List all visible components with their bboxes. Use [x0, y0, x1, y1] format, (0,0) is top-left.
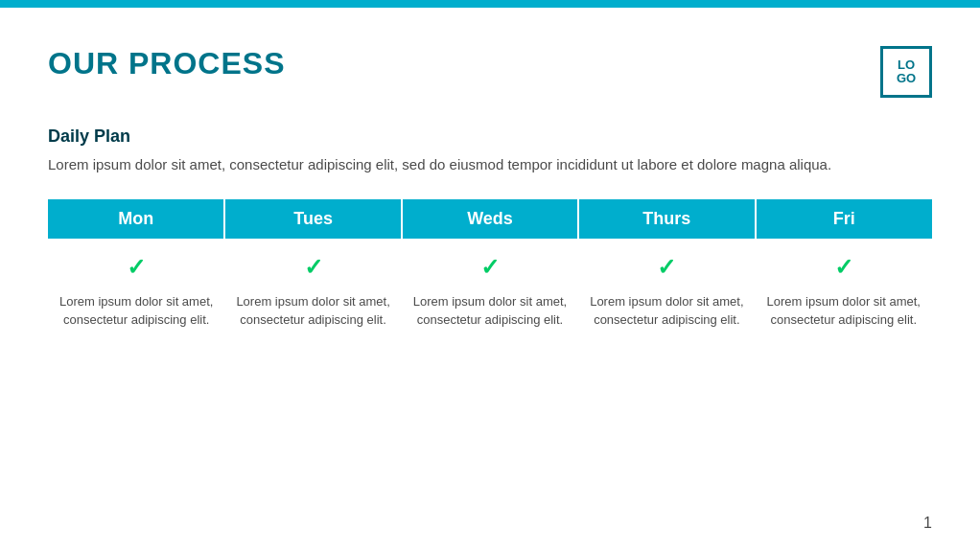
page-title: OUR PROCESS	[48, 46, 285, 81]
text-mon: Lorem ipsum dolor sit amet, consectetur …	[48, 288, 224, 339]
text-row: Lorem ipsum dolor sit amet, consectetur …	[48, 288, 932, 339]
top-bar	[0, 0, 980, 8]
check-icon-fri: ✓	[834, 254, 853, 280]
day-header-fri: Fri	[756, 199, 932, 239]
check-mon: ✓	[48, 239, 224, 288]
checkmark-row: ✓ ✓ ✓ ✓ ✓	[48, 239, 932, 288]
check-icon-thurs: ✓	[657, 254, 676, 280]
check-thurs: ✓	[578, 239, 755, 288]
check-icon-tues: ✓	[304, 254, 323, 280]
check-tues: ✓	[224, 239, 401, 288]
check-icon-weds: ✓	[480, 254, 500, 280]
days-header-row: Mon Tues Weds Thurs Fri	[48, 199, 932, 239]
check-icon-mon: ✓	[127, 254, 146, 280]
logo-text: LOGO	[897, 58, 916, 86]
text-fri: Lorem ipsum dolor sit amet, consectetur …	[756, 288, 932, 339]
logo-box: LOGO	[880, 46, 932, 98]
text-weds: Lorem ipsum dolor sit amet, consectetur …	[402, 288, 578, 339]
check-weds: ✓	[402, 239, 578, 288]
days-table: Mon Tues Weds Thurs Fri ✓ ✓ ✓ ✓ ✓ Lorem …	[48, 199, 932, 339]
day-header-weds: Weds	[402, 199, 578, 239]
text-thurs: Lorem ipsum dolor sit amet, consectetur …	[578, 288, 755, 339]
page-number: 1	[923, 515, 932, 532]
day-header-thurs: Thurs	[578, 199, 755, 239]
text-tues: Lorem ipsum dolor sit amet, consectetur …	[224, 288, 401, 339]
day-header-mon: Mon	[48, 199, 224, 239]
section-title: Daily Plan	[48, 126, 932, 147]
section-description: Lorem ipsum dolor sit amet, consectetur …	[48, 154, 932, 176]
check-fri: ✓	[756, 239, 932, 288]
day-header-tues: Tues	[224, 199, 401, 239]
